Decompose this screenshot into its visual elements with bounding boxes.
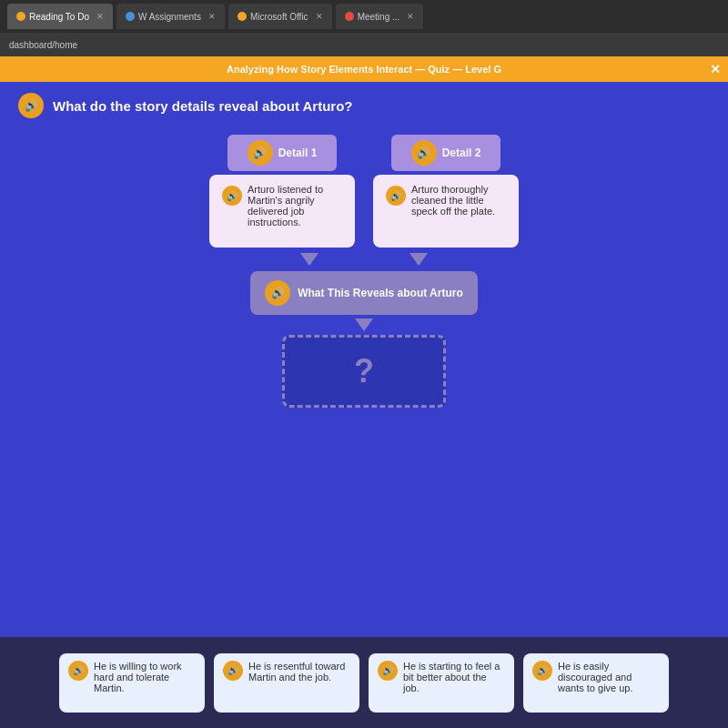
- detail2-card-speaker[interactable]: 🔊: [386, 186, 406, 206]
- detail1-label: Detail 1: [278, 147, 318, 159]
- detail2-label: Detail 2: [442, 147, 481, 159]
- tab-label-meeting: Meeting ...: [358, 12, 400, 22]
- detail1-card: 🔊 Arturo listened to Martin's angrily de…: [209, 175, 355, 248]
- answer-drop-zone[interactable]: ?: [282, 335, 446, 408]
- question-speaker-button[interactable]: 🔊: [18, 93, 44, 118]
- answer1-text: He is willing to work hard and tolerate …: [94, 661, 196, 693]
- answer-choice-1[interactable]: 🔊 He is willing to work hard and tolerat…: [59, 653, 205, 713]
- tab-label-assignments: W Assignments: [138, 12, 201, 22]
- answer-choice-3[interactable]: 🔊 He is starting to feel a bit better ab…: [369, 653, 514, 713]
- answer4-text: He is easily discouraged and wants to gi…: [558, 661, 660, 693]
- arrow-detail2: [410, 253, 428, 266]
- detail2-card: 🔊 Arturo thoroughly cleaned the little s…: [373, 175, 519, 248]
- detail1-wrapper: 🔊 Detail 1 🔊 Arturo listened to Martin's…: [209, 135, 355, 248]
- answers-bar: 🔊 He is willing to work hard and tolerat…: [0, 637, 728, 728]
- question-row: 🔊 What do the story details reveal about…: [18, 93, 710, 118]
- tab-meeting[interactable]: Meeting ... ✕: [336, 4, 424, 29]
- detail2-label-box: 🔊 Detail 2: [391, 135, 500, 171]
- answer2-text: He is resentful toward Martin and the jo…: [248, 661, 350, 682]
- detail1-text: Arturo listened to Martin's angrily deli…: [248, 184, 342, 228]
- browser-chrome: Reading To Do ✕ W Assignments ✕ Microsof…: [0, 0, 728, 33]
- reveals-speaker-button[interactable]: 🔊: [265, 280, 290, 306]
- question-text: What do the story details reveal about A…: [53, 98, 353, 114]
- tab-icon-office: [238, 12, 247, 21]
- main-content: 🔊 What do the story details reveal about…: [0, 82, 728, 637]
- arrow-detail1: [300, 253, 318, 266]
- placeholder-text: ?: [354, 352, 374, 390]
- detail1-speaker-button[interactable]: 🔊: [248, 140, 273, 166]
- tab-icon-assignments: [126, 12, 135, 21]
- detail1-label-box: 🔊 Detail 1: [228, 135, 337, 171]
- answer1-speaker[interactable]: 🔊: [68, 661, 88, 681]
- tab-label-reading: Reading To Do: [29, 12, 89, 22]
- app-title: Analyzing How Story Elements Interact — …: [227, 64, 501, 75]
- answer2-speaker[interactable]: 🔊: [223, 661, 243, 681]
- tab-office[interactable]: Microsoft Offic ✕: [228, 4, 332, 29]
- tab-assignments[interactable]: W Assignments ✕: [116, 4, 225, 29]
- detail2-speaker-button[interactable]: 🔊: [411, 140, 437, 166]
- tab-close-office[interactable]: ✕: [316, 12, 323, 21]
- detail2-wrapper: 🔊 Detail 2 🔊 Arturo thoroughly cleaned t…: [373, 135, 519, 248]
- tab-reading[interactable]: Reading To Do ✕: [7, 4, 113, 29]
- answer3-speaker[interactable]: 🔊: [378, 661, 398, 681]
- tab-close-assignments[interactable]: ✕: [208, 12, 216, 21]
- detail1-card-speaker[interactable]: 🔊: [222, 186, 242, 206]
- tab-close-meeting[interactable]: ✕: [407, 12, 414, 21]
- reveals-box: 🔊 What This Reveals about Arturo: [250, 271, 478, 315]
- answer-choice-2[interactable]: 🔊 He is resentful toward Martin and the …: [214, 653, 359, 713]
- reveals-label: What This Reveals about Arturo: [298, 287, 463, 299]
- tab-icon-meeting: [345, 12, 354, 21]
- answer3-text: He is starting to feel a bit better abou…: [403, 661, 505, 693]
- answer-choice-4[interactable]: 🔊 He is easily discouraged and wants to …: [523, 653, 669, 713]
- detail-row: 🔊 Detail 1 🔊 Arturo listened to Martin's…: [209, 135, 519, 248]
- tab-close-reading[interactable]: ✕: [96, 12, 104, 21]
- arrow-reveals: [355, 318, 373, 331]
- detail2-text: Arturo thoroughly cleaned the little spe…: [411, 184, 506, 217]
- tab-icon-reading: [16, 12, 25, 21]
- app-title-bar: Analyzing How Story Elements Interact — …: [0, 56, 728, 82]
- tab-label-office: Microsoft Offic: [250, 12, 308, 22]
- answer4-speaker[interactable]: 🔊: [532, 661, 552, 681]
- diagram: 🔊 Detail 1 🔊 Arturo listened to Martin's…: [18, 135, 710, 408]
- address-text: dashboard/home: [9, 40, 77, 50]
- arrows-row: [209, 253, 519, 266]
- address-bar: dashboard/home: [0, 33, 728, 56]
- close-button[interactable]: ✕: [710, 62, 721, 76]
